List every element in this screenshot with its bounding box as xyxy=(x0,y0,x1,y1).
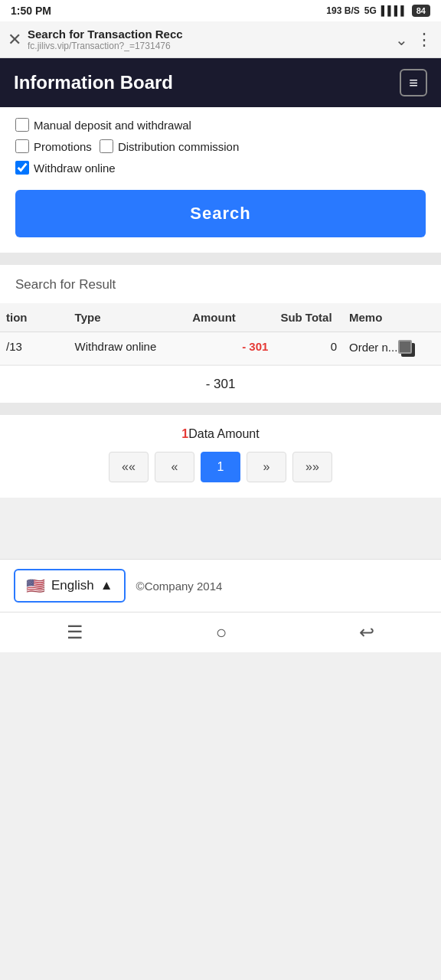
app-header: Information Board ≡ xyxy=(0,58,441,107)
pagination-section: 1Data Amount «« « 1 » »» xyxy=(0,415,441,498)
language-button[interactable]: 🇺🇸 English ▲ xyxy=(14,569,126,603)
results-section: Search for Result tion Type Amount Sub T… xyxy=(0,265,441,403)
language-label: English xyxy=(51,578,94,593)
browser-actions: ⌄ ⋮ xyxy=(395,30,433,50)
data-amount-label: Data Amount xyxy=(188,427,260,440)
table-header-row: tion Type Amount Sub Total Memo xyxy=(0,303,441,332)
distribution-commission-label: Distribution commission xyxy=(118,140,239,153)
browser-title-block: Search for Transaction Recc fc.jilivs.vi… xyxy=(28,28,389,51)
first-page-button[interactable]: «« xyxy=(109,452,149,482)
section-divider-2 xyxy=(0,403,441,415)
withdraw-online-label: Withdraw online xyxy=(34,162,116,175)
close-icon[interactable]: ✕ xyxy=(8,31,21,48)
browser-bar: ✕ Search for Transaction Recc fc.jilivs.… xyxy=(0,21,441,58)
copy-icon[interactable] xyxy=(401,343,415,357)
battery-indicator: 84 xyxy=(412,5,430,17)
total-row: - 301 xyxy=(0,365,441,403)
section-divider-1 xyxy=(0,253,441,265)
col-header-memo: Memo xyxy=(343,303,441,332)
data-count: 1 xyxy=(181,427,188,440)
distribution-commission-checkbox[interactable] xyxy=(100,139,113,153)
network-speed: 193 B/S xyxy=(326,5,359,16)
manual-deposit-checkbox[interactable] xyxy=(15,118,29,132)
withdraw-online-checkbox-item[interactable]: Withdraw online xyxy=(15,161,116,175)
col-header-amount: Amount xyxy=(186,303,274,332)
back-nav-icon[interactable]: ↩ xyxy=(359,622,374,643)
prev-page-button[interactable]: « xyxy=(155,452,194,482)
app-title: Information Board xyxy=(14,72,173,93)
hamburger-button[interactable]: ≡ xyxy=(400,69,427,96)
col-header-sub-total: Sub Total xyxy=(274,303,343,332)
cell-memo: Order n... xyxy=(343,332,441,365)
status-bar: 1:50 PM 193 B/S 5G ▌▌▌▌ 84 xyxy=(0,0,441,21)
manual-deposit-checkbox-item[interactable]: Manual deposit and withdrawal xyxy=(15,118,191,132)
flag-icon: 🇺🇸 xyxy=(26,577,45,595)
table-row: /13 Withdraw online - 301 0 Order n... xyxy=(0,332,441,365)
filter-section: Manual deposit and withdrawal Promotions… xyxy=(0,107,441,253)
promotions-row: Promotions Distribution commission xyxy=(15,139,426,153)
time: 1:50 PM xyxy=(11,5,51,17)
more-options-icon[interactable]: ⋮ xyxy=(416,30,433,50)
manual-deposit-label: Manual deposit and withdrawal xyxy=(34,119,191,132)
android-nav-bar: ☰ ○ ↩ xyxy=(0,612,441,652)
col-header-type: Type xyxy=(69,303,187,332)
withdraw-online-row: Withdraw online xyxy=(15,161,426,175)
next-page-button[interactable]: » xyxy=(247,452,286,482)
chevron-up-icon: ▲ xyxy=(100,578,113,593)
distribution-commission-checkbox-item[interactable]: Distribution commission xyxy=(100,139,239,153)
results-table: tion Type Amount Sub Total Memo /13 With… xyxy=(0,303,441,365)
copyright-text: ©Company 2014 xyxy=(136,580,223,593)
promotions-checkbox-item[interactable]: Promotions xyxy=(15,139,92,153)
signal-bars: ▌▌▌▌ xyxy=(381,5,407,16)
last-page-button[interactable]: »» xyxy=(292,452,332,482)
search-button[interactable]: Search xyxy=(15,190,426,237)
data-amount-row: 1Data Amount xyxy=(15,427,426,441)
pagination-controls: «« « 1 » »» xyxy=(15,452,426,482)
results-title: Search for Result xyxy=(0,277,441,303)
footer: 🇺🇸 English ▲ ©Company 2014 xyxy=(0,559,441,612)
cell-sub-total: 0 xyxy=(274,332,343,365)
chevron-down-icon[interactable]: ⌄ xyxy=(395,31,408,49)
current-page-button[interactable]: 1 xyxy=(201,452,240,482)
withdraw-online-checkbox[interactable] xyxy=(15,161,29,175)
promotions-label: Promotions xyxy=(34,140,92,153)
status-icons: 193 B/S 5G ▌▌▌▌ 84 xyxy=(326,5,430,17)
menu-nav-icon[interactable]: ☰ xyxy=(67,622,83,643)
cell-amount: - 301 xyxy=(186,332,274,365)
manual-deposit-row: Manual deposit and withdrawal xyxy=(15,118,426,132)
bottom-spacer xyxy=(0,498,441,559)
signal-type: 5G xyxy=(364,5,377,16)
cell-date: /13 xyxy=(0,332,69,365)
promotions-checkbox[interactable] xyxy=(15,139,29,153)
total-value: - 301 xyxy=(206,377,236,391)
browser-url: fc.jilivs.vip/Transaction?_=1731476 xyxy=(28,41,311,51)
home-nav-icon[interactable]: ○ xyxy=(216,622,227,643)
browser-title: Search for Transaction Recc xyxy=(28,28,311,41)
col-header-tion: tion xyxy=(0,303,69,332)
cell-type: Withdraw online xyxy=(69,332,187,365)
